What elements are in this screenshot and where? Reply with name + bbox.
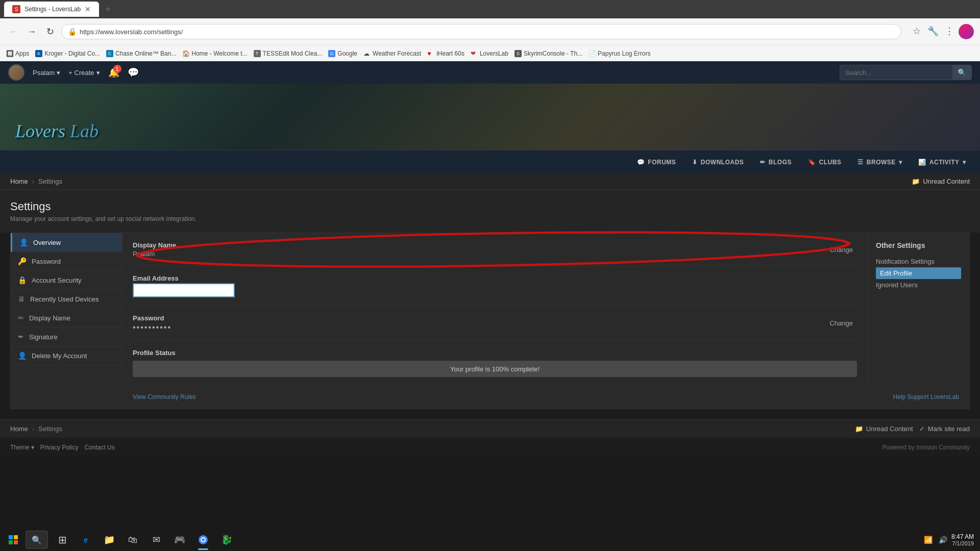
more-button[interactable]: ⋮	[942, 24, 957, 38]
taskbar-mail[interactable]: ✉	[145, 529, 167, 551]
display-name-change-button[interactable]: Change	[825, 244, 857, 256]
taskbar-folder[interactable]: 📁	[98, 529, 120, 551]
sidebar-item-recently-used-devices[interactable]: 🖥 Recently Used Devices	[11, 290, 122, 309]
nav-forums-label: FORUMS	[648, 159, 676, 166]
sidebar-item-overview[interactable]: 👤 Overview	[11, 233, 122, 252]
extensions-button[interactable]: 🔧	[926, 24, 940, 38]
bookmark-weather-label: Weather Forecast	[373, 50, 421, 57]
bookmark-tessedit[interactable]: T TESSEdit Mod Clea...	[254, 50, 323, 57]
forward-button[interactable]: →	[24, 24, 39, 39]
theme-dropdown[interactable]: Theme ▾	[10, 444, 34, 451]
sidebar-item-display-name[interactable]: ✏ Display Name	[11, 309, 122, 328]
password-info: Password ••••••••••	[133, 314, 825, 332]
sidebar-security-label: Account Security	[32, 277, 82, 284]
blogs-icon: ✏	[760, 159, 766, 166]
tray-clock[interactable]: 8:47 AM 7/1/2019	[951, 533, 974, 546]
bottom-settings-current: Settings	[38, 425, 62, 433]
community-rules-link[interactable]: View Community Rules	[133, 393, 196, 400]
tab-close-button[interactable]: ✕	[85, 5, 91, 13]
user-profile-button[interactable]	[959, 24, 974, 39]
ignored-users-link[interactable]: Ignored Users	[876, 279, 961, 291]
user-menu[interactable]: Psalam ▾	[33, 69, 60, 77]
nav-forums[interactable]: 💬 FORUMS	[631, 156, 682, 169]
site-search-button[interactable]: 🔍	[952, 65, 971, 80]
settings-content: Display Name Psalam Change	[122, 233, 970, 409]
bottom-mark-read[interactable]: ✓ Mark site read	[919, 425, 970, 433]
bookmark-home-label: Home - Welcome t...	[191, 50, 247, 57]
contact-us-link[interactable]: Contact Us	[84, 444, 114, 451]
nav-activity[interactable]: 📊 ACTIVITY ▾	[912, 156, 972, 169]
bookmark-tessedit-label: TESSEdit Mod Clea...	[263, 50, 323, 57]
unread-content-icon: 📁	[912, 178, 920, 185]
active-tab[interactable]: S Settings - LoversLab ✕	[4, 2, 99, 17]
tray-network-icon[interactable]: 📶	[922, 536, 935, 544]
notification-button[interactable]: 🔔 1	[108, 67, 119, 78]
bottom-unread-content[interactable]: 📁 Unread Content	[855, 425, 913, 433]
create-button[interactable]: + Create ▾	[68, 69, 100, 77]
chat-icon[interactable]: 💬	[128, 67, 139, 78]
email-input[interactable]	[133, 283, 235, 297]
taskbar-apps: ⊞ e 📁 🛍 ✉ 🎮 🐉	[51, 529, 238, 551]
bottom-nav: Home › Settings 📁 Unread Content ✓ Mark …	[0, 419, 980, 438]
taskbar-chrome[interactable]	[192, 529, 214, 551]
address-text: https://www.loverslab.com/settings/	[80, 28, 183, 36]
sidebar-item-password[interactable]: 🔑 Password	[11, 252, 122, 271]
taskbar-search-button[interactable]: 🔍	[26, 531, 48, 549]
sidebar-item-account-security[interactable]: 🔒 Account Security	[11, 271, 122, 290]
bookmark-chase[interactable]: C Chase Online™ Ban...	[106, 50, 176, 57]
new-tab-button[interactable]: +	[101, 4, 115, 15]
bottom-unread-label: Unread Content	[866, 425, 913, 433]
edge-icon: e	[84, 535, 88, 545]
taskbar-store[interactable]: 🛍	[121, 529, 144, 551]
help-support-link[interactable]: Help Support LoversLab	[893, 393, 959, 400]
back-button[interactable]: ←	[6, 24, 20, 39]
bookmark-loverslab[interactable]: ❤ LoversLab	[471, 50, 508, 57]
bookmark-iheart[interactable]: ♥ iHeart 60s	[427, 50, 464, 57]
other-settings-title: Other Settings	[876, 241, 961, 249]
breadcrumb-separator: ›	[32, 178, 34, 185]
bookmark-skyrim-label: SkyrimConsole - Th...	[524, 50, 582, 57]
taskbar-steam[interactable]: 🎮	[168, 529, 191, 551]
nav-clubs[interactable]: 🔖 CLUBS	[802, 156, 847, 169]
email-row: Email Address	[133, 274, 857, 297]
settings-main: Display Name Psalam Change	[122, 233, 969, 385]
mail-icon: ✉	[153, 534, 160, 545]
bookmark-home[interactable]: 🏠 Home - Welcome t...	[182, 50, 247, 57]
main-nav: 💬 FORUMS ⬇ DOWNLOADS ✏ BLOGS 🔖 CLUBS ☰ B…	[0, 150, 980, 173]
bookmark-papyrus[interactable]: 📄 Papyrus Log Errors	[589, 50, 650, 57]
clubs-icon: 🔖	[808, 159, 816, 166]
nav-browse[interactable]: ☰ BROWSE ▾	[851, 156, 908, 169]
edit-profile-link[interactable]: Edit Profile	[876, 267, 961, 279]
taskbar-cortana[interactable]: ⊞	[51, 529, 74, 551]
breadcrumb-home[interactable]: Home	[10, 178, 28, 185]
bookmark-apps[interactable]: 🔲 Apps	[6, 50, 29, 57]
nav-downloads[interactable]: ⬇ DOWNLOADS	[686, 156, 750, 169]
tray-volume-icon[interactable]: 🔊	[937, 536, 949, 544]
delete-account-icon: 👤	[18, 352, 27, 360]
sidebar-item-signature[interactable]: ✒ Signature	[11, 328, 122, 346]
bookmark-weather[interactable]: ☁ Weather Forecast	[363, 50, 421, 57]
reload-button[interactable]: ↻	[43, 24, 57, 39]
display-name-icon: ✏	[18, 314, 24, 322]
address-bar[interactable]: 🔒 https://www.loverslab.com/settings/	[61, 24, 901, 39]
weather-icon: ☁	[363, 50, 371, 57]
browser-tabs: S Settings - LoversLab ✕ +	[0, 0, 980, 18]
bookmark-google[interactable]: G Google	[328, 50, 357, 57]
taskbar-unknown[interactable]: 🐉	[215, 529, 238, 551]
bookmark-button[interactable]: ☆	[910, 24, 924, 38]
activity-dropdown-icon: ▾	[963, 159, 966, 166]
privacy-policy-link[interactable]: Privacy Policy	[40, 444, 79, 451]
site-search-input[interactable]	[840, 66, 952, 80]
nav-blogs[interactable]: ✏ BLOGS	[754, 156, 798, 169]
unread-content-button[interactable]: 📁 Unread Content	[912, 178, 970, 185]
breadcrumb-settings: Settings	[38, 178, 62, 185]
sidebar-item-delete-account[interactable]: 👤 Delete My Account	[11, 346, 122, 365]
start-button[interactable]	[2, 529, 24, 551]
notification-settings-link[interactable]: Notification Settings	[876, 256, 961, 267]
bookmark-kroger[interactable]: K Kroger - Digital Co...	[35, 50, 100, 57]
password-change-button[interactable]: Change	[825, 317, 857, 329]
bottom-home-link[interactable]: Home	[10, 425, 28, 433]
taskbar-edge[interactable]: e	[75, 529, 97, 551]
steam-icon: 🎮	[174, 534, 185, 545]
bookmark-skyrim[interactable]: S SkyrimConsole - Th...	[514, 50, 582, 57]
